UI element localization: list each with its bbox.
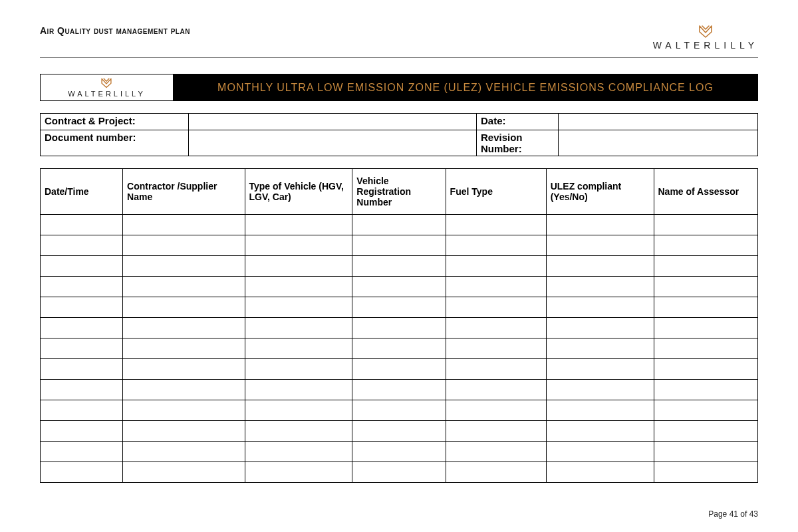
log-cell[interactable]	[41, 462, 123, 483]
log-cell[interactable]	[546, 359, 654, 380]
log-cell[interactable]	[352, 318, 446, 338]
log-cell[interactable]	[654, 318, 758, 338]
log-cell[interactable]	[352, 338, 446, 359]
log-cell[interactable]	[654, 235, 758, 256]
log-cell[interactable]	[446, 442, 546, 462]
log-cell[interactable]	[123, 338, 245, 359]
log-cell[interactable]	[123, 462, 245, 483]
log-cell[interactable]	[446, 215, 546, 235]
log-cell[interactable]	[245, 421, 352, 442]
log-cell[interactable]	[245, 215, 352, 235]
log-cell[interactable]	[41, 215, 123, 235]
log-cell[interactable]	[41, 277, 123, 297]
log-cell[interactable]	[546, 297, 654, 318]
log-cell[interactable]	[546, 421, 654, 442]
log-cell[interactable]	[123, 277, 245, 297]
log-cell[interactable]	[352, 400, 446, 421]
log-cell[interactable]	[245, 318, 352, 338]
log-cell[interactable]	[123, 297, 245, 318]
log-cell[interactable]	[123, 442, 245, 462]
log-cell[interactable]	[123, 256, 245, 277]
log-cell[interactable]	[123, 380, 245, 400]
log-cell[interactable]	[446, 297, 546, 318]
log-cell[interactable]	[41, 256, 123, 277]
log-cell[interactable]	[245, 277, 352, 297]
log-header-cell: Date/Time	[41, 169, 123, 215]
log-cell[interactable]	[352, 380, 446, 400]
log-cell[interactable]	[352, 235, 446, 256]
log-cell[interactable]	[245, 462, 352, 483]
log-cell[interactable]	[41, 318, 123, 338]
log-cell[interactable]	[546, 400, 654, 421]
log-cell[interactable]	[41, 235, 123, 256]
log-cell[interactable]	[446, 400, 546, 421]
log-cell[interactable]	[352, 359, 446, 380]
log-cell[interactable]	[123, 421, 245, 442]
log-cell[interactable]	[41, 359, 123, 380]
log-cell[interactable]	[123, 235, 245, 256]
log-cell[interactable]	[446, 318, 546, 338]
log-cell[interactable]	[546, 256, 654, 277]
brand-name-banner: WALTERLILLY	[68, 90, 146, 98]
log-cell[interactable]	[654, 380, 758, 400]
log-cell[interactable]	[446, 359, 546, 380]
log-cell[interactable]	[245, 235, 352, 256]
log-cell[interactable]	[546, 462, 654, 483]
log-cell[interactable]	[352, 297, 446, 318]
log-cell[interactable]	[123, 359, 245, 380]
log-cell[interactable]	[352, 421, 446, 442]
log-cell[interactable]	[654, 256, 758, 277]
log-cell[interactable]	[41, 338, 123, 359]
meta-document-number-value[interactable]	[189, 130, 477, 156]
log-cell[interactable]	[352, 256, 446, 277]
meta-contract-project-value[interactable]	[189, 114, 477, 130]
log-cell[interactable]	[352, 462, 446, 483]
log-cell[interactable]	[654, 400, 758, 421]
log-cell[interactable]	[41, 400, 123, 421]
log-cell[interactable]	[245, 380, 352, 400]
log-cell[interactable]	[41, 442, 123, 462]
log-cell[interactable]	[546, 277, 654, 297]
log-cell[interactable]	[245, 297, 352, 318]
log-cell[interactable]	[546, 235, 654, 256]
log-cell[interactable]	[654, 297, 758, 318]
log-cell[interactable]	[446, 235, 546, 256]
log-cell[interactable]	[352, 442, 446, 462]
log-cell[interactable]	[654, 359, 758, 380]
log-cell[interactable]	[546, 338, 654, 359]
log-cell[interactable]	[654, 442, 758, 462]
meta-document-number-label: Document number:	[41, 130, 189, 156]
log-table: Date/TimeContractor /Supplier NameType o…	[40, 168, 758, 483]
log-cell[interactable]	[41, 380, 123, 400]
log-cell[interactable]	[123, 318, 245, 338]
log-cell[interactable]	[546, 442, 654, 462]
log-cell[interactable]	[446, 277, 546, 297]
log-cell[interactable]	[352, 215, 446, 235]
log-cell[interactable]	[446, 421, 546, 442]
log-cell[interactable]	[446, 380, 546, 400]
log-cell[interactable]	[245, 359, 352, 380]
log-cell[interactable]	[245, 442, 352, 462]
log-cell[interactable]	[446, 462, 546, 483]
log-cell[interactable]	[245, 256, 352, 277]
log-cell[interactable]	[546, 380, 654, 400]
log-cell[interactable]	[123, 215, 245, 235]
log-cell[interactable]	[654, 421, 758, 442]
log-cell[interactable]	[352, 277, 446, 297]
log-cell[interactable]	[654, 215, 758, 235]
log-cell[interactable]	[245, 338, 352, 359]
log-cell[interactable]	[245, 400, 352, 421]
log-cell[interactable]	[123, 400, 245, 421]
log-cell[interactable]	[654, 277, 758, 297]
log-cell[interactable]	[654, 338, 758, 359]
log-cell[interactable]	[446, 338, 546, 359]
meta-date-value[interactable]	[559, 114, 758, 130]
log-cell[interactable]	[654, 462, 758, 483]
log-cell[interactable]	[546, 215, 654, 235]
log-cell[interactable]	[41, 297, 123, 318]
log-row	[41, 215, 758, 235]
log-cell[interactable]	[41, 421, 123, 442]
meta-revision-number-value[interactable]	[559, 130, 758, 156]
log-cell[interactable]	[446, 256, 546, 277]
log-cell[interactable]	[546, 318, 654, 338]
